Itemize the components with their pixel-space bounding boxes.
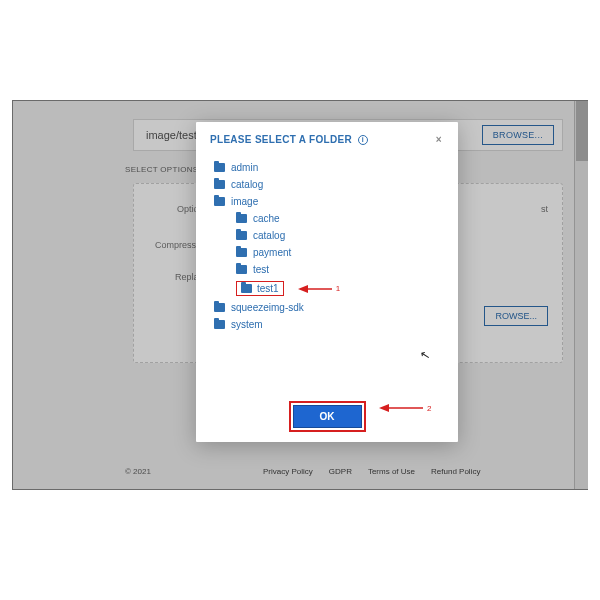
folder-image-test1-row[interactable]: test1 1 xyxy=(214,278,458,299)
folder-label: test xyxy=(253,264,269,275)
info-icon[interactable]: i xyxy=(358,135,368,145)
annotation-arrow-1: 1 xyxy=(298,284,340,294)
folder-icon xyxy=(236,265,247,274)
svg-marker-3 xyxy=(379,404,389,412)
folder-label: cache xyxy=(253,213,280,224)
folder-image-cache[interactable]: cache xyxy=(214,210,458,227)
folder-icon xyxy=(214,320,225,329)
folder-icon xyxy=(236,214,247,223)
mouse-cursor-icon: ↖ xyxy=(419,347,432,363)
folder-image-catalog[interactable]: catalog xyxy=(214,227,458,244)
modal-footer: OK 2 xyxy=(196,391,458,442)
annotation-highlight-1: test1 xyxy=(236,281,284,296)
folder-icon xyxy=(241,284,252,293)
annotation-arrow-2: 2 xyxy=(379,403,431,413)
folder-label: squeezeimg-sdk xyxy=(231,302,304,313)
svg-marker-1 xyxy=(298,285,308,293)
folder-icon xyxy=(214,163,225,172)
folder-icon xyxy=(214,180,225,189)
folder-label: admin xyxy=(231,162,258,173)
folder-icon xyxy=(236,248,247,257)
folder-icon xyxy=(214,197,225,206)
annotation-number-1: 1 xyxy=(336,284,340,293)
folder-label: system xyxy=(231,319,263,330)
folder-image-payment[interactable]: payment xyxy=(214,244,458,261)
folder-select-modal: PLEASE SELECT A FOLDER i × admin catalog… xyxy=(196,122,458,442)
folder-label: image xyxy=(231,196,258,207)
folder-image[interactable]: image xyxy=(214,193,458,210)
folder-squeezeimg-sdk[interactable]: squeezeimg-sdk xyxy=(214,299,458,316)
folder-label: catalog xyxy=(231,179,263,190)
annotation-number-2: 2 xyxy=(427,404,431,413)
close-icon[interactable]: × xyxy=(432,132,446,147)
folder-label: payment xyxy=(253,247,291,258)
folder-icon xyxy=(236,231,247,240)
folder-admin[interactable]: admin xyxy=(214,159,458,176)
modal-title: PLEASE SELECT A FOLDER xyxy=(210,134,352,145)
folder-catalog[interactable]: catalog xyxy=(214,176,458,193)
folder-icon xyxy=(214,303,225,312)
annotation-highlight-2: OK xyxy=(289,401,366,432)
folder-tree: admin catalog image cache catalog paymen… xyxy=(196,153,458,391)
folder-system[interactable]: system xyxy=(214,316,458,333)
folder-image-test[interactable]: test xyxy=(214,261,458,278)
folder-label: test1 xyxy=(257,283,279,294)
modal-header: PLEASE SELECT A FOLDER i × xyxy=(196,122,458,153)
folder-label: catalog xyxy=(253,230,285,241)
ok-button[interactable]: OK xyxy=(293,405,362,428)
